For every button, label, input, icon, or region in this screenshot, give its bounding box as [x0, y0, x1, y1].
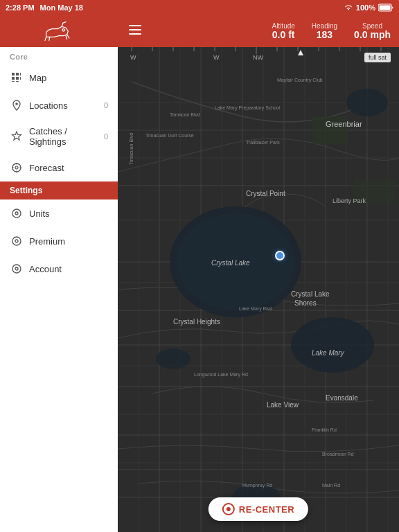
svg-text:Broadmoor Rd: Broadmoor Rd — [322, 452, 354, 456]
recenter-label: RE-CENTER — [239, 504, 294, 515]
svg-point-23 — [15, 267, 18, 270]
scale-bar: full sat — [364, 53, 391, 62]
speed-value: 0.0 mph — [354, 30, 391, 40]
sidebar-item-premium[interactable]: Premium — [0, 227, 118, 255]
svg-text:Humphrey Rd: Humphrey Rd — [242, 483, 272, 488]
svg-text:Main Rd: Main Rd — [322, 483, 340, 488]
svg-text:Greenbriar: Greenbriar — [326, 120, 362, 128]
app-logo — [42, 21, 76, 42]
heading-label: Heading — [312, 22, 337, 30]
recenter-icon — [222, 503, 235, 515]
status-right: 100% — [344, 3, 393, 12]
units-label: Units — [29, 209, 108, 219]
svg-point-19 — [15, 212, 18, 215]
map-icon — [10, 71, 24, 85]
svg-text:Crystal Point: Crystal Point — [246, 190, 285, 197]
altitude-value: 0.0 ft — [272, 30, 295, 40]
svg-text:NW: NW — [253, 54, 263, 61]
sidebar-item-map[interactable]: Map — [0, 64, 118, 91]
svg-rect-9 — [20, 73, 21, 76]
heading-value: 183 — [317, 30, 332, 40]
svg-text:Lake Mary Blvd: Lake Mary Blvd — [239, 306, 272, 312]
svg-rect-1 — [380, 6, 391, 10]
svg-text:Timacuan Blvd: Timacuan Blvd — [129, 133, 134, 165]
account-label: Account — [29, 264, 108, 274]
svg-text:Lake Mary: Lake Mary — [312, 349, 345, 357]
svg-point-11 — [15, 103, 18, 105]
svg-text:Crystal Heights: Crystal Heights — [173, 318, 220, 326]
settings-section-header: Settings — [0, 181, 118, 200]
svg-text:Evansdale: Evansdale — [326, 394, 358, 402]
account-icon — [10, 262, 24, 276]
svg-text:Trailblazer Park: Trailblazer Park — [246, 140, 280, 145]
time-display: 2:28 PM — [6, 3, 35, 12]
top-bar-stats: Altitude 0.0 ft Heading 183 Speed 0.0 mp… — [150, 22, 391, 40]
svg-rect-25 — [129, 29, 141, 30]
premium-label: Premium — [29, 236, 108, 247]
svg-point-21 — [15, 240, 18, 242]
sidebar: Core Map — [0, 15, 118, 532]
locations-icon — [10, 98, 24, 112]
svg-text:Lake Mary Preparatory School: Lake Mary Preparatory School — [215, 105, 281, 111]
svg-point-12 — [12, 163, 21, 172]
battery-icon — [378, 3, 393, 12]
svg-text:Lake View: Lake View — [267, 401, 299, 409]
speed-label: Speed — [362, 22, 382, 30]
svg-point-18 — [12, 209, 21, 218]
wifi-icon — [344, 4, 353, 11]
catches-label: Catches / Sightings — [29, 126, 100, 147]
svg-rect-10 — [20, 77, 21, 80]
top-bar: Altitude 0.0 ft Heading 183 Speed 0.0 mp… — [118, 15, 399, 47]
status-left: 2:28 PM Mon May 18 — [6, 3, 83, 12]
units-icon — [10, 206, 24, 220]
forecast-icon — [10, 161, 24, 175]
speed-stat: Speed 0.0 mph — [354, 22, 391, 40]
recenter-button[interactable]: RE-CENTER — [209, 497, 308, 521]
sidebar-item-locations[interactable]: Locations 0 — [0, 91, 118, 119]
scale-label: full sat — [369, 54, 387, 61]
svg-rect-24 — [129, 25, 141, 26]
map-area: Altitude 0.0 ft Heading 183 Speed 0.0 mp… — [118, 15, 399, 532]
sidebar-header — [0, 15, 118, 47]
svg-text:Tamacan Blvd: Tamacan Blvd — [170, 112, 200, 117]
svg-point-59 — [291, 317, 374, 373]
svg-point-2 — [62, 29, 64, 31]
svg-rect-6 — [16, 77, 19, 80]
locations-label: Locations — [29, 100, 100, 111]
sidebar-item-forecast[interactable]: Forecast — [0, 154, 118, 181]
core-section-label: Core — [0, 47, 118, 64]
forecast-label: Forecast — [29, 163, 108, 173]
svg-point-13 — [15, 166, 18, 169]
svg-point-20 — [12, 237, 21, 245]
map-container[interactable]: W W NW Greenbriar Crystal Point Liberty … — [118, 47, 399, 532]
svg-rect-7 — [12, 81, 15, 82]
map-svg: W W NW Greenbriar Crystal Point Liberty … — [118, 47, 399, 532]
catches-icon — [10, 130, 24, 143]
svg-text:W: W — [130, 54, 136, 61]
heading-stat: Heading 183 — [312, 22, 337, 40]
svg-point-61 — [156, 348, 190, 369]
svg-text:Crystal Lake: Crystal Lake — [291, 290, 330, 298]
map-label: Map — [29, 73, 108, 83]
premium-icon — [10, 234, 24, 248]
svg-text:Crystal Lake: Crystal Lake — [211, 259, 250, 267]
altitude-stat: Altitude 0.0 ft — [272, 22, 294, 40]
status-bar: 2:28 PM Mon May 18 100% — [0, 0, 399, 15]
svg-rect-8 — [16, 81, 19, 82]
svg-point-60 — [346, 89, 388, 116]
altitude-label: Altitude — [272, 22, 294, 30]
svg-text:Longwood Lake Mary Rd: Longwood Lake Mary Rd — [194, 372, 248, 378]
catches-badge: 0 — [100, 132, 108, 141]
sidebar-item-units[interactable]: Units — [0, 200, 118, 227]
hamburger-menu[interactable] — [126, 22, 144, 40]
main-layout: Core Map — [0, 15, 399, 532]
svg-rect-26 — [129, 33, 141, 35]
svg-rect-3 — [12, 73, 15, 76]
svg-text:W: W — [213, 54, 220, 61]
locations-badge: 0 — [100, 101, 108, 109]
sidebar-item-catches[interactable]: Catches / Sightings 0 — [0, 119, 118, 154]
sidebar-item-account[interactable]: Account — [0, 255, 118, 283]
svg-text:Shores: Shores — [294, 299, 317, 307]
svg-rect-4 — [16, 73, 19, 76]
svg-point-22 — [12, 265, 21, 273]
